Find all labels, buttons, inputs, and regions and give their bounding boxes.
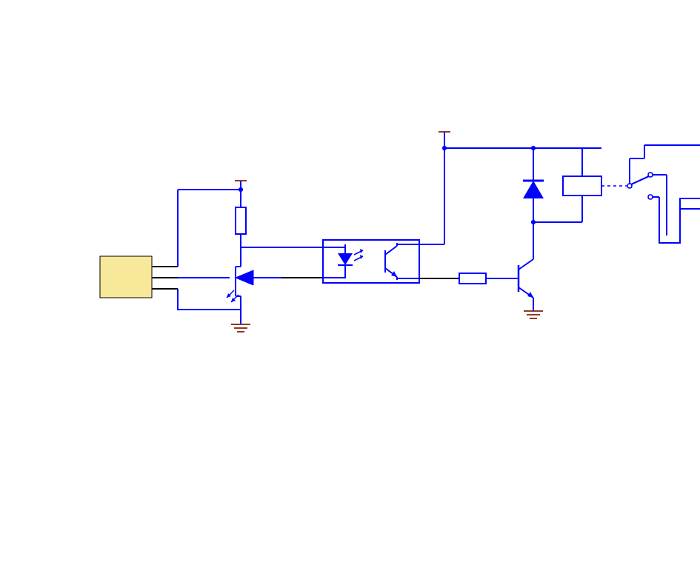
relay-coil-conn <box>533 148 582 222</box>
svg-rect-0 <box>100 256 152 298</box>
svg-marker-13 <box>236 270 253 285</box>
optocoupler <box>323 240 419 283</box>
flyback-diode <box>523 148 544 222</box>
svg-line-69 <box>631 176 649 184</box>
ground-right <box>524 311 543 318</box>
svg-rect-85 <box>459 273 486 284</box>
svg-marker-54 <box>523 181 544 198</box>
resistor-r1 <box>236 190 246 247</box>
svg-rect-11 <box>236 207 246 234</box>
relay-switch <box>627 145 700 243</box>
mcu-block <box>100 256 178 298</box>
load-stubs <box>680 209 700 243</box>
svg-rect-25 <box>323 240 419 283</box>
led-driver <box>227 247 281 310</box>
circuit-schematic <box>0 0 700 588</box>
svg-marker-27 <box>338 253 353 265</box>
svg-line-35 <box>385 246 397 255</box>
svg-rect-57 <box>563 176 601 196</box>
svg-point-68 <box>648 195 653 199</box>
mcu-wires <box>178 190 241 324</box>
ground-left <box>231 324 250 332</box>
r2-and-q2 <box>419 222 533 311</box>
svg-line-88 <box>519 259 533 270</box>
